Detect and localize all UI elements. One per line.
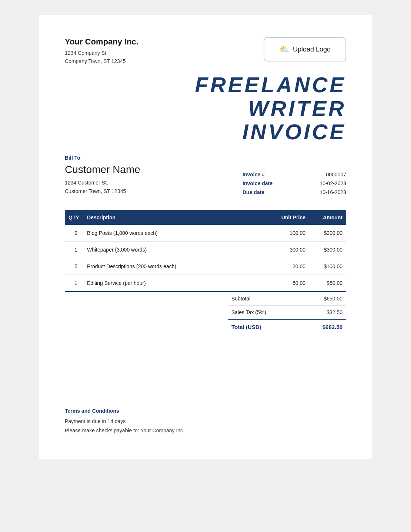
header-row: Your Company Inc. 1234 Company St, Compa…: [65, 37, 346, 66]
upload-logo-label: Upload Logo: [293, 46, 331, 53]
col-header-unit-price: Unit Price: [265, 210, 309, 225]
cell-unit-price-2: 20.00: [265, 258, 309, 275]
terms-section: Terms and Conditions Payment is due in 1…: [65, 408, 346, 435]
due-date-value: 10-16-2023: [320, 189, 346, 195]
tax-label: Sales Tax (5%): [231, 309, 266, 315]
cell-amount-3: $50.00: [309, 275, 346, 292]
cell-unit-price-0: 100.00: [265, 225, 309, 242]
col-header-desc: Description: [83, 210, 265, 225]
table-row: 5 Product Descriptions (200 words each) …: [65, 258, 346, 275]
invoice-date-label: Invoice date: [243, 180, 287, 186]
cell-qty-3: 1: [65, 275, 83, 292]
bill-to-label: Bill To: [65, 155, 243, 161]
totals-area: Subtotal $650.00 Sales Tax (5%) $32.50 T…: [65, 292, 346, 334]
cell-qty-1: 1: [65, 241, 83, 258]
invoice-date-value: 10-02-2023: [320, 180, 346, 186]
table-row: 1 Editing Service (per hour) 50.00 $50.0…: [65, 275, 346, 292]
cell-qty-0: 2: [65, 225, 83, 242]
terms-line2: Please make checks payable to: Your Comp…: [65, 426, 346, 435]
subtotal-value: $650.00: [324, 296, 342, 302]
customer-address: 1234 Customer St, Customer Town, ST 1234…: [65, 179, 243, 195]
company-address: 1234 Company St, Company Town, ST 12345: [65, 49, 264, 66]
due-date-row: Due date 10-16-2023: [243, 189, 346, 195]
upload-logo-button[interactable]: ⛅ Upload Logo: [264, 37, 346, 61]
subtotal-row: Subtotal $650.00: [228, 292, 346, 306]
table-row: 1 Whitepaper (3,000 words) 300.00 $300.0…: [65, 241, 346, 258]
company-address-line1: 1234 Company St,: [65, 50, 108, 56]
company-name: Your Company Inc.: [65, 37, 264, 47]
items-table: QTY Description Unit Price Amount 2 Blog…: [65, 210, 346, 292]
cell-amount-1: $300.00: [309, 241, 346, 258]
cell-amount-0: $200.00: [309, 225, 346, 242]
invoice-number-value: 0000007: [326, 172, 346, 177]
tax-value: $32.50: [327, 309, 342, 315]
cell-desc-2: Product Descriptions (200 words each): [83, 258, 265, 275]
cell-unit-price-3: 50.00: [265, 275, 309, 292]
due-date-label: Due date: [243, 189, 287, 195]
cell-desc-0: Blog Posts (1,000 words each): [83, 225, 265, 242]
customer-address-line2: Customer Town, ST 12345: [65, 188, 126, 194]
tax-row: Sales Tax (5%) $32.50: [228, 306, 346, 319]
invoice-number-row: Invoice # 0000007: [243, 172, 346, 177]
invoice-title-area: FREELANCE WRITER INVOICE: [65, 73, 346, 144]
bill-and-meta: Bill To Customer Name 1234 Customer St, …: [65, 155, 346, 195]
total-value: $682.50: [323, 324, 342, 330]
cell-unit-price-1: 300.00: [265, 241, 309, 258]
customer-address-line1: 1234 Customer St,: [65, 180, 108, 186]
subtotal-label: Subtotal: [231, 296, 250, 302]
cell-desc-3: Editing Service (per hour): [83, 275, 265, 292]
invoice-title-line3: INVOICE: [65, 120, 346, 144]
invoice-title-line1: FREELANCE: [65, 73, 346, 97]
invoice-title: FREELANCE WRITER INVOICE: [65, 73, 346, 144]
table-row: 2 Blog Posts (1,000 words each) 100.00 $…: [65, 225, 346, 242]
totals-table: Subtotal $650.00 Sales Tax (5%) $32.50 T…: [228, 292, 346, 334]
invoice-page: Your Company Inc. 1234 Company St, Compa…: [39, 15, 372, 459]
invoice-meta: Invoice # 0000007 Invoice date 10-02-202…: [243, 172, 346, 195]
table-header-row: QTY Description Unit Price Amount: [65, 210, 346, 225]
cloud-upload-icon: ⛅: [279, 44, 289, 54]
customer-name: Customer Name: [65, 164, 243, 176]
col-header-amount: Amount: [309, 210, 346, 225]
invoice-date-row: Invoice date 10-02-2023: [243, 180, 346, 186]
bill-to-section: Bill To Customer Name 1234 Customer St, …: [65, 155, 243, 195]
company-info: Your Company Inc. 1234 Company St, Compa…: [65, 37, 264, 66]
cell-amount-2: $100.00: [309, 258, 346, 275]
cell-desc-1: Whitepaper (3,000 words): [83, 241, 265, 258]
invoice-title-line2: WRITER: [65, 97, 346, 120]
col-header-qty: QTY: [65, 210, 83, 225]
terms-line1: Payment is due in 14 days: [65, 417, 346, 426]
terms-text: Payment is due in 14 days Please make ch…: [65, 417, 346, 435]
invoice-number-label: Invoice #: [243, 172, 287, 177]
total-label: Total (USD): [231, 324, 261, 330]
cell-qty-2: 5: [65, 258, 83, 275]
company-address-line2: Company Town, ST 12345: [65, 58, 126, 64]
total-row: Total (USD) $682.50: [228, 319, 346, 334]
terms-label: Terms and Conditions: [65, 408, 346, 414]
